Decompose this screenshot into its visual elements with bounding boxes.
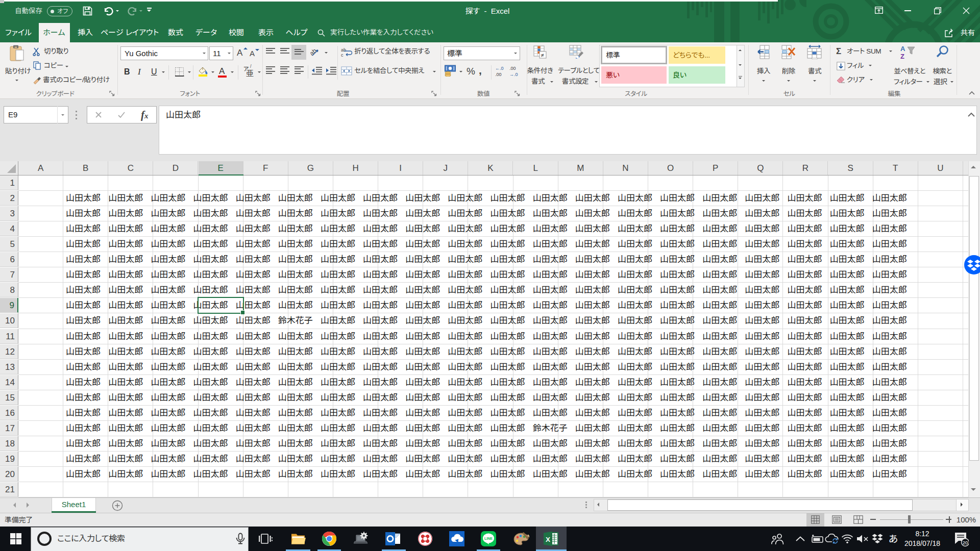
- svg-text:.00: .00: [509, 66, 516, 71]
- svg-text:→.0: →.0: [509, 72, 518, 77]
- svg-text:ab: ab: [341, 47, 346, 53]
- svg-text:ab: ab: [310, 47, 318, 57]
- svg-text:X: X: [546, 536, 550, 543]
- svg-text:Z: Z: [900, 53, 904, 60]
- svg-text:c: c: [341, 53, 344, 57]
- svg-text:LINE: LINE: [484, 537, 493, 540]
- svg-text:.00: .00: [495, 72, 502, 77]
- svg-text:≠: ≠: [541, 52, 544, 58]
- svg-text:20: 20: [963, 540, 968, 545]
- svg-text:←.0: ←.0: [495, 66, 504, 71]
- svg-text:A: A: [900, 45, 905, 53]
